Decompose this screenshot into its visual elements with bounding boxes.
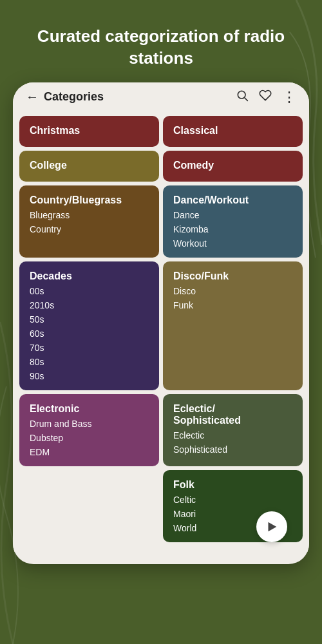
category-2010s-sub: 2010s <box>30 300 149 310</box>
category-decades-label: Decades <box>30 270 149 282</box>
category-country-bluegrass[interactable]: Country/Bluegrass Bluegrass Country <box>19 185 159 258</box>
category-classical[interactable]: Classical <box>163 116 303 147</box>
category-00s-sub: 00s <box>30 286 149 296</box>
category-sophisticated-sub: Sophisticated <box>173 444 292 455</box>
category-celtic-sub: Celtic <box>173 495 292 505</box>
nav-bar: ← Categories ⋮ <box>13 82 309 112</box>
category-eclectic[interactable]: Eclectic/Sophisticated Eclectic Sophisti… <box>163 394 303 466</box>
fab-button[interactable] <box>256 511 287 542</box>
category-christmas-label: Christmas <box>30 125 149 137</box>
category-dance-workout-label: Dance/Workout <box>173 194 292 206</box>
category-edm-sub: EDM <box>30 447 149 457</box>
category-60s-sub: 60s <box>30 328 149 339</box>
category-dance-sub: Dance <box>173 210 292 220</box>
category-70s-sub: 70s <box>30 343 149 353</box>
play-icon <box>265 520 279 534</box>
category-country-bluegrass-label: Country/Bluegrass <box>30 194 149 206</box>
category-funk-sub: Funk <box>173 300 292 310</box>
category-eclectic-label: Eclectic/Sophisticated <box>173 403 292 426</box>
category-dubstep-sub: Dubstep <box>30 433 149 443</box>
category-college-label: College <box>30 160 149 171</box>
page-header-title: Curated categorization of radio stations <box>0 0 322 82</box>
category-disco-funk[interactable]: Disco/Funk Disco Funk <box>163 261 303 390</box>
category-kizomba-sub: Kizomba <box>173 224 292 234</box>
category-disco-funk-label: Disco/Funk <box>173 270 292 282</box>
category-decades[interactable]: Decades 00s 2010s 50s 60s 70s 80s 90s <box>19 261 159 390</box>
category-comedy-label: Comedy <box>173 160 292 171</box>
category-90s-sub: 90s <box>30 371 149 381</box>
category-50s-sub: 50s <box>30 314 149 325</box>
svg-line-1 <box>245 98 248 101</box>
category-eclectic-sub: Eclectic <box>173 430 292 440</box>
phone-frame: ← Categories ⋮ Christmas Class <box>13 82 309 564</box>
category-80s-sub: 80s <box>30 357 149 367</box>
back-icon[interactable]: ← <box>26 90 39 104</box>
category-disco-sub: Disco <box>173 286 292 296</box>
category-country-sub: Country <box>30 224 149 234</box>
category-electronic[interactable]: Electronic Drum and Bass Dubstep EDM <box>19 394 159 466</box>
heart-icon[interactable] <box>259 89 272 105</box>
category-folk-label: Folk <box>173 479 292 491</box>
svg-marker-2 <box>269 522 277 531</box>
category-drum-bass-sub: Drum and Bass <box>30 419 149 429</box>
category-classical-label: Classical <box>173 125 292 137</box>
categories-grid: Christmas Classical College Comedy Count… <box>13 112 309 553</box>
nav-icons: ⋮ <box>236 89 296 106</box>
nav-title: Categories <box>44 90 104 104</box>
more-icon[interactable]: ⋮ <box>282 89 296 106</box>
category-workout-sub: Workout <box>173 238 292 249</box>
search-icon[interactable] <box>236 89 249 105</box>
category-christmas[interactable]: Christmas <box>19 116 159 147</box>
category-electronic-label: Electronic <box>30 403 149 415</box>
category-college[interactable]: College <box>19 151 159 182</box>
category-dance-workout[interactable]: Dance/Workout Dance Kizomba Workout <box>163 185 303 258</box>
category-comedy[interactable]: Comedy <box>163 151 303 182</box>
nav-left: ← Categories <box>26 90 104 104</box>
category-bluegrass-sub: Bluegrass <box>30 210 149 220</box>
